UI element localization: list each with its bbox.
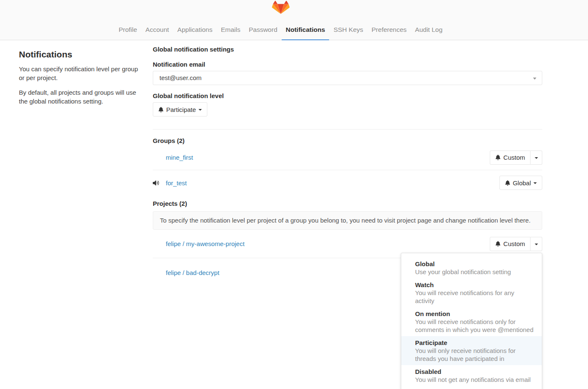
dropdown-item-desc: You will receive notifications for any a… (415, 289, 535, 305)
bell-icon (158, 107, 164, 112)
volume-up-icon (153, 180, 166, 186)
bell-icon (505, 180, 510, 186)
dropdown-item-disabled[interactable]: Disabled You will not get any notificati… (401, 365, 542, 386)
group-row: for_test Global (153, 170, 542, 195)
dropdown-item-desc: Use your global notification setting (415, 268, 535, 276)
notification-level-dropdown: Global Use your global notification sett… (401, 253, 542, 389)
gitlab-logo[interactable] (272, 1, 290, 18)
project-link-my-awesome-project[interactable]: felipe / my-awesome-project (166, 240, 245, 247)
tab-account[interactable]: Account (141, 22, 173, 40)
select-arrow-icon (533, 78, 536, 80)
bell-icon (495, 155, 501, 160)
global-level-value: Participate (166, 106, 196, 113)
group-level-button[interactable]: Custom (490, 150, 531, 165)
tab-emails[interactable]: Emails (217, 22, 245, 40)
dropdown-item-on-mention[interactable]: On mention You will receive notification… (401, 307, 542, 336)
group-link-for-test[interactable]: for_test (166, 179, 187, 187)
dropdown-item-desc: You will receive notifications only for … (415, 318, 535, 334)
caret-down-icon (535, 157, 538, 159)
bell-icon (495, 241, 501, 246)
group-level-caret-button[interactable] (531, 150, 542, 165)
notification-email-select[interactable]: test@user.com (153, 71, 542, 85)
tab-notifications[interactable]: Notifications (282, 22, 329, 40)
notification-email-label: Notification email (153, 60, 542, 69)
dropdown-item-participate[interactable]: Participate You will only receive notifi… (401, 336, 542, 365)
tab-password[interactable]: Password (245, 22, 282, 40)
group-row: mine_first Custom (153, 145, 542, 170)
notification-email-value: test@user.com (159, 74, 201, 81)
divider (153, 129, 542, 130)
tab-preferences[interactable]: Preferences (367, 22, 411, 40)
project-level-caret-button[interactable] (531, 237, 542, 251)
group-level-split-button: Custom (490, 150, 542, 165)
dropdown-item-desc: You will only receive notifications for … (415, 347, 535, 363)
tab-applications[interactable]: Applications (173, 22, 217, 40)
global-notification-level-label: Global notification level (153, 92, 542, 100)
dropdown-item-title: Global (415, 260, 535, 268)
tab-audit-log[interactable]: Audit Log (411, 22, 447, 40)
project-level-value: Custom (503, 240, 525, 247)
dropdown-item-title: On mention (415, 310, 535, 318)
tab-ssh-keys[interactable]: SSH Keys (329, 22, 368, 40)
dropdown-item-title: Watch (415, 281, 535, 289)
group-level-value: Custom (503, 154, 525, 161)
profile-tabs: Profile Account Applications Emails Pass… (115, 22, 447, 40)
notification-settings-panel: Global notification settings Notificatio… (153, 45, 542, 287)
caret-down-icon (199, 109, 202, 111)
dropdown-item-title: Participate (415, 339, 535, 347)
description-paragraph: You can specify notification level per g… (19, 65, 139, 82)
dropdown-item-desc: You will not get any notifications via e… (415, 376, 535, 384)
caret-down-icon (535, 244, 538, 245)
notifications-description-panel: Notifications You can specify notificati… (19, 45, 153, 287)
dropdown-item-watch[interactable]: Watch You will receive notifications for… (401, 278, 542, 307)
project-level-split-button: Custom (490, 237, 542, 251)
project-level-button[interactable]: Custom (490, 237, 531, 251)
global-settings-title: Global notification settings (153, 45, 542, 54)
projects-title: Projects (2) (153, 200, 542, 208)
group-link-mine-first[interactable]: mine_first (166, 154, 193, 161)
projects-note: To specify the notification level per pr… (153, 211, 542, 230)
dropdown-item-global[interactable]: Global Use your global notification sett… (401, 257, 542, 278)
dropdown-item-title: Disabled (415, 368, 535, 376)
group-level-value: Global (513, 179, 531, 187)
project-link-bad-decrypt[interactable]: felipe / bad-decrypt (166, 269, 220, 276)
profile-header: Profile Account Applications Emails Pass… (0, 0, 588, 40)
groups-title: Groups (2) (153, 137, 542, 145)
caret-down-icon (533, 182, 537, 184)
project-row: felipe / my-awesome-project Custom Globa… (153, 230, 542, 258)
group-level-button[interactable]: Global (499, 176, 542, 190)
tab-profile[interactable]: Profile (115, 22, 141, 40)
description-paragraph: By default, all projects and groups will… (19, 88, 139, 106)
page-title: Notifications (19, 49, 139, 60)
gitlab-tanuki-icon (272, 1, 290, 18)
global-notification-level-button[interactable]: Participate (153, 102, 207, 117)
